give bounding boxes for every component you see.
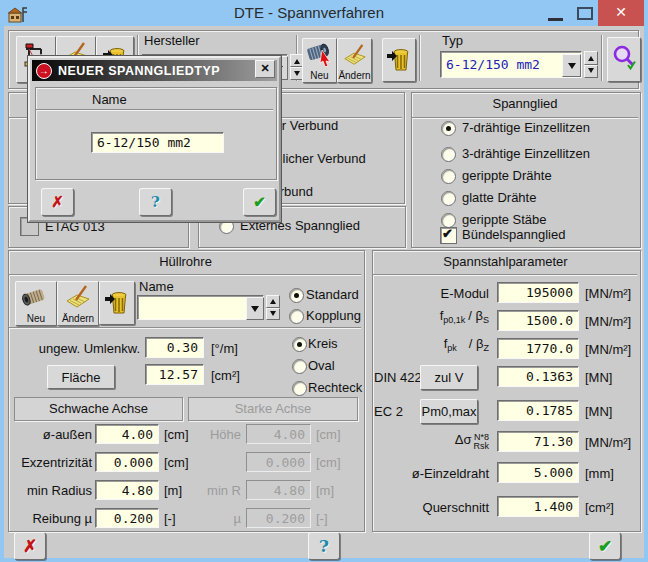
- pipe-icon: [20, 284, 52, 313]
- umlenk-field[interactable]: [145, 337, 204, 358]
- fp01k-unit: [MN/m²]: [585, 314, 631, 329]
- huellrohr-dropdown-button[interactable]: [246, 297, 264, 320]
- emodul-field[interactable]: [497, 282, 579, 303]
- radio-label[interactable]: glatte Drähte: [462, 190, 536, 205]
- einzeldraht-label: ø-Einzeldraht: [368, 466, 489, 481]
- typ-label: Typ: [442, 33, 463, 48]
- typ-combo[interactable]: [440, 51, 582, 78]
- toolbar-divider: [419, 35, 421, 81]
- weak-row-unit: [cm]: [164, 427, 189, 442]
- pm0max-field[interactable]: [497, 400, 579, 421]
- typ-dropdown-button[interactable]: [562, 54, 581, 77]
- pm0max-button[interactable]: Pm0,max: [420, 399, 478, 424]
- strong-row-label: µ: [186, 511, 241, 526]
- radio-label[interactable]: Kreis: [308, 336, 338, 351]
- buendel-label[interactable]: Bündelspannglied: [462, 227, 565, 242]
- radio-3-draehtige[interactable]: [441, 147, 456, 162]
- title-bar: DTE - Spannverfahren ✕: [0, 0, 648, 26]
- dsigma-field[interactable]: [497, 431, 579, 452]
- zulv-field[interactable]: [497, 366, 579, 387]
- zulv-button[interactable]: zul V: [420, 365, 478, 390]
- radio-oval[interactable]: [292, 359, 307, 374]
- close-button[interactable]: ✕: [598, 0, 644, 26]
- dialog-help-button[interactable]: ?: [139, 188, 172, 216]
- radio-label[interactable]: gerippte Stäbe: [462, 212, 547, 227]
- fp01k-label: fp0,1k/ βS: [368, 308, 489, 325]
- radio-label[interactable]: Oval: [308, 358, 335, 373]
- help-button[interactable]: ?: [308, 532, 340, 560]
- flaeche-button[interactable]: Fläche: [47, 365, 115, 389]
- ec2-label: EC 2: [374, 404, 403, 419]
- radio-label[interactable]: 3-drähtige Einzellitzen: [462, 146, 590, 161]
- chevron-down-icon: [588, 68, 594, 76]
- weak-row-unit: [-]: [164, 511, 176, 526]
- new-spanngliedtyp-dialog: → NEUER SPANNGLIEDTYP ✕ Name ✗ ? ✔: [28, 56, 281, 222]
- typ-delete-button[interactable]: [382, 38, 416, 82]
- radio-standard[interactable]: [289, 288, 304, 303]
- dialog-close-button[interactable]: ✕: [255, 60, 275, 78]
- radio-label[interactable]: Rechteck: [308, 380, 362, 395]
- einzeldraht-unit: [mm]: [585, 466, 614, 481]
- strong-row-field: [246, 424, 311, 444]
- radio-7-draehtige[interactable]: [441, 121, 456, 136]
- maximize-button[interactable]: [572, 4, 596, 22]
- radio-glatte-draehte[interactable]: [441, 191, 456, 206]
- querschnitt-field[interactable]: [497, 496, 579, 517]
- radio-label[interactable]: Kopplung: [306, 308, 361, 323]
- huellrohr-new-button[interactable]: Neu: [15, 281, 57, 326]
- querschnitt-label: Querschnitt: [368, 500, 489, 515]
- flaeche-field[interactable]: [145, 364, 204, 385]
- weak-row-field[interactable]: [95, 452, 159, 472]
- weak-axis-header: Schwache Achse: [14, 397, 183, 421]
- dsigma-label: Δσ N*8Rsk: [368, 432, 489, 451]
- weak-row-field[interactable]: [95, 508, 159, 528]
- huellrohr-name-combo[interactable]: [137, 295, 264, 320]
- weak-row-field[interactable]: [95, 480, 159, 500]
- radio-label[interactable]: 7-drähtige Einzellitzen: [462, 120, 590, 135]
- spinner-down-button[interactable]: [584, 65, 598, 79]
- group-divider: [36, 109, 273, 111]
- button-label: Neu: [310, 70, 328, 81]
- spinner-up-button[interactable]: [266, 295, 280, 308]
- strong-row-unit: [-]: [316, 511, 328, 526]
- strong-row-unit: [m]: [316, 483, 334, 498]
- cancel-button[interactable]: ✗: [14, 532, 46, 560]
- huellrohr-change-button[interactable]: Ändern: [57, 281, 99, 326]
- chevron-down-icon: [251, 306, 259, 316]
- dialog-title-bar[interactable]: → NEUER SPANNGLIEDTYP: [32, 60, 277, 81]
- typ-change-button[interactable]: Ändern: [337, 38, 372, 83]
- toolbar-divider: [601, 35, 603, 81]
- search-button[interactable]: [607, 37, 641, 82]
- umlenk-label: ungew. Umlenkw.: [10, 341, 140, 356]
- radio-gerippte-draehte[interactable]: [441, 169, 456, 184]
- minimize-button[interactable]: [540, 4, 564, 22]
- dialog-name-input[interactable]: [91, 132, 224, 153]
- fpk-label: fpk/ βZ: [368, 336, 489, 353]
- radio-kreis[interactable]: [292, 337, 307, 352]
- group-divider: [412, 117, 638, 119]
- dialog-cancel-button[interactable]: ✗: [41, 188, 74, 216]
- ok-button[interactable]: ✔: [589, 532, 621, 560]
- huellrohr-delete-button[interactable]: [99, 281, 135, 325]
- radio-rechteck[interactable]: [292, 381, 307, 396]
- huellrohre-caption: Hüllrohre: [8, 254, 363, 269]
- radio-kopplung[interactable]: [289, 309, 304, 324]
- formula-sub: Rsk: [474, 442, 490, 451]
- window-title: DTE - Spannverfahren: [0, 0, 618, 26]
- strong-row-unit: [cm]: [316, 427, 341, 442]
- dialog-ok-button[interactable]: ✔: [243, 188, 276, 216]
- buendel-checkbox[interactable]: [440, 227, 457, 244]
- weak-row-field[interactable]: [95, 424, 159, 444]
- typ-new-button[interactable]: Neu: [302, 38, 337, 83]
- formula-divider: / β: [468, 308, 483, 323]
- typ-spinner: [584, 51, 598, 78]
- help-question-icon: ?: [151, 193, 160, 211]
- einzeldraht-field[interactable]: [497, 462, 579, 483]
- fpk-field[interactable]: [497, 338, 579, 359]
- spinner-down-button[interactable]: [266, 308, 280, 321]
- spinner-up-button[interactable]: [584, 51, 598, 65]
- radio-label[interactable]: Standard: [306, 287, 359, 302]
- button-label: Ändern: [338, 70, 370, 81]
- fp01k-field[interactable]: [497, 310, 579, 331]
- radio-label[interactable]: gerippte Drähte: [462, 168, 552, 183]
